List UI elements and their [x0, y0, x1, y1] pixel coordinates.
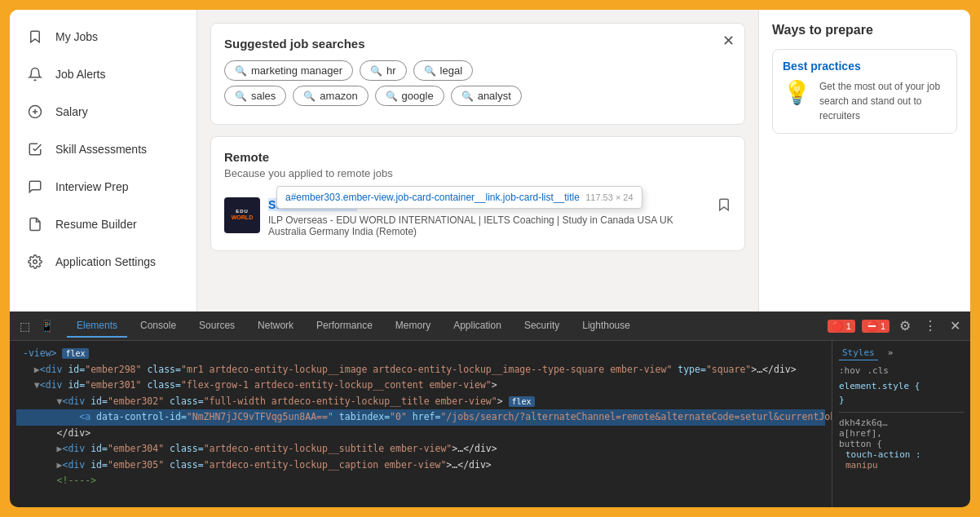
search-tags-row2: 🔍 sales 🔍 amazon 🔍 google 🔍 analyst — [224, 86, 731, 106]
error-badge-1: 🔴 1 — [828, 320, 855, 333]
checklist-icon — [26, 140, 44, 158]
rule3: button { — [839, 439, 964, 449]
sidebar-item-application-settings[interactable]: Application Settings — [10, 243, 196, 281]
right-panel: Ways to prepare Best practices 💡 Get the… — [758, 10, 970, 312]
ways-card-body: 💡 Get the most out of your job search an… — [783, 79, 947, 123]
chat-icon — [26, 178, 44, 196]
devtools-elements-panel[interactable]: -view> flex ▶<div id="ember298" class="m… — [10, 341, 832, 507]
rule-prop: touch-action : — [839, 449, 964, 460]
styles-filter-row: :hov .cls — [839, 365, 964, 376]
code-line: ▶<div id="ember305" class="artdeco-entit… — [16, 457, 825, 474]
search-icon: 🔍 — [386, 91, 398, 102]
sidebar-item-my-jobs[interactable]: My Jobs — [10, 18, 196, 55]
tooltip-dimensions: 117.53 × 24 — [585, 192, 633, 202]
search-icon: 🔍 — [235, 65, 247, 77]
tooltip-selector: a#ember303.ember-view.job-card-container… — [285, 192, 580, 203]
tag-label: hr — [386, 64, 396, 77]
center-content: Suggested job searches ✕ 🔍 marketing man… — [197, 10, 758, 312]
warning-badge: ⛔ 1 — [862, 320, 890, 333]
styles-tab[interactable]: Styles — [839, 346, 878, 360]
inspect-icon[interactable]: ⬚ — [16, 318, 33, 334]
code-line: ▼<div id="ember302" class="full-width ar… — [16, 394, 825, 410]
sidebar-item-interview-prep[interactable]: Interview Prep — [10, 168, 196, 205]
search-tag-marketing-manager[interactable]: 🔍 marketing manager — [224, 60, 353, 81]
code-line: ▶<div id="ember304" class="artdeco-entit… — [16, 441, 825, 457]
search-tag-google[interactable]: 🔍 google — [375, 86, 444, 106]
company-logo: EDU WORLD — [224, 197, 260, 233]
styles-expand[interactable]: » — [885, 346, 897, 360]
tab-elements[interactable]: Elements — [67, 315, 127, 338]
devtools-tooltip: a#ember303.ember-view.job-card-container… — [276, 186, 642, 209]
search-icon: 🔍 — [370, 65, 382, 77]
job-company: ILP Overseas - EDU WORLD INTERNATIONAL |… — [268, 214, 709, 237]
element-style-label: element.style { — [839, 381, 964, 391]
sidebar-item-resume-builder[interactable]: Resume Builder — [10, 205, 196, 243]
file-icon — [26, 215, 44, 233]
svg-point-3 — [33, 260, 38, 264]
tab-console[interactable]: Console — [130, 315, 186, 338]
search-tag-hr[interactable]: 🔍 hr — [360, 60, 407, 81]
tab-application[interactable]: Application — [444, 315, 511, 338]
bookmark-button[interactable] — [717, 197, 731, 216]
sidebar-item-label: Skill Assessments — [55, 143, 147, 156]
tag-label: sales — [251, 90, 276, 102]
search-tag-legal[interactable]: 🔍 legal — [413, 60, 473, 81]
rule2: a[href], — [839, 428, 964, 439]
remote-jobs-card: Remote Because you applied to remote job… — [210, 136, 745, 251]
best-practices-text: Get the most out of your job search and … — [819, 79, 947, 123]
tab-security[interactable]: Security — [514, 315, 569, 338]
dollar-icon — [26, 103, 44, 121]
hover-label[interactable]: :hov — [839, 365, 861, 376]
tab-performance[interactable]: Performance — [307, 315, 382, 338]
gear-icon — [26, 253, 44, 271]
tag-label: amazon — [320, 90, 357, 102]
tag-label: google — [402, 90, 434, 102]
search-tag-amazon[interactable]: 🔍 amazon — [293, 86, 368, 106]
search-tags-row: 🔍 marketing manager 🔍 hr 🔍 legal — [224, 60, 731, 81]
sidebar: My Jobs Job Alerts Salary — [10, 10, 197, 312]
search-icon: 🔍 — [461, 91, 474, 102]
best-practices-card: Best practices 💡 Get the most out of you… — [772, 49, 957, 134]
search-tag-analyst[interactable]: 🔍 analyst — [451, 86, 522, 106]
more-options-icon[interactable]: ⋮ — [920, 316, 940, 335]
devtools-toolbar-right: 🔴 1 ⛔ 1 ⚙ ⋮ ✕ — [828, 316, 964, 335]
sidebar-item-label: Interview Prep — [55, 180, 128, 193]
tab-network[interactable]: Network — [248, 315, 303, 338]
rule-val: manipu — [839, 460, 964, 471]
sidebar-item-label: Application Settings — [55, 255, 156, 268]
tag-label: marketing manager — [251, 64, 342, 77]
code-line: -view> flex — [16, 346, 825, 362]
sidebar-item-skill-assessments[interactable]: Skill Assessments — [10, 130, 196, 168]
sidebar-item-salary[interactable]: Salary — [10, 93, 196, 130]
tab-sources[interactable]: Sources — [189, 315, 245, 338]
devtools-icons: ⬚ 📱 — [16, 318, 57, 334]
tab-lighthouse[interactable]: Lighthouse — [572, 315, 640, 338]
close-devtools-button[interactable]: ✕ — [947, 316, 964, 335]
code-line: ▼<div id="ember301" class="flex-grow-1 a… — [16, 378, 825, 394]
search-icon: 🔍 — [303, 91, 316, 102]
tag-label: legal — [440, 64, 462, 77]
code-line: </div> — [16, 426, 825, 442]
tab-memory[interactable]: Memory — [386, 315, 440, 338]
devtools-styles-panel: Styles » :hov .cls element.style { } dkh… — [832, 341, 970, 507]
sidebar-item-label: Job Alerts — [55, 68, 105, 81]
code-line: ▶<div id="ember298" class="mr1 artdeco-e… — [16, 362, 825, 378]
sidebar-item-label: Salary — [55, 105, 88, 118]
sidebar-item-job-alerts[interactable]: Job Alerts — [10, 55, 196, 93]
devtools-panel: ⬚ 📱 Elements Console Sources Network Per… — [10, 312, 970, 507]
sidebar-item-label: My Jobs — [55, 30, 98, 43]
bookmark-icon — [26, 28, 44, 46]
code-line-highlighted[interactable]: <a data-control-id="NmZHN7jJC9vTFVqg5un8… — [16, 409, 825, 426]
tag-label: analyst — [478, 90, 511, 102]
search-tag-sales[interactable]: 🔍 sales — [224, 86, 286, 106]
close-button[interactable]: ✕ — [722, 33, 735, 48]
cls-label[interactable]: .cls — [867, 365, 890, 376]
search-icon: 🔍 — [235, 91, 247, 102]
device-icon[interactable]: 📱 — [37, 318, 57, 334]
search-icon: 🔍 — [424, 65, 436, 77]
sidebar-item-label: Resume Builder — [55, 218, 137, 231]
settings-icon[interactable]: ⚙ — [896, 316, 914, 335]
suggested-searches-title: Suggested job searches — [224, 37, 731, 51]
devtools-body: -view> flex ▶<div id="ember298" class="m… — [10, 341, 970, 507]
styles-rule-group: dkh4zk6q… a[href], button { touch-action… — [839, 412, 964, 471]
